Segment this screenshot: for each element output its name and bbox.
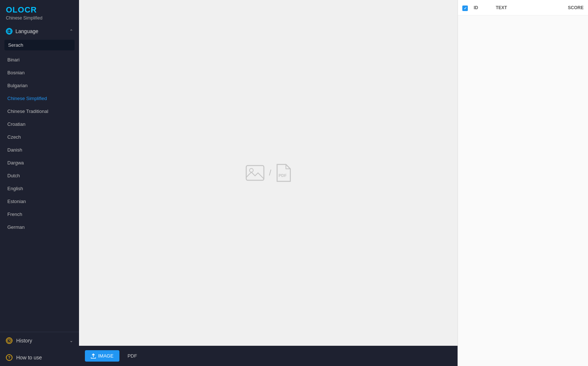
col-score-header: SCORE: [558, 5, 584, 10]
language-section-header[interactable]: Language ⌃: [0, 24, 79, 38]
svg-rect-6: [246, 166, 264, 180]
app-title: OLOCR: [6, 5, 73, 15]
svg-point-7: [250, 168, 253, 172]
language-item-french[interactable]: French: [0, 208, 79, 221]
select-all-checkbox[interactable]: [462, 4, 468, 11]
pdf-button[interactable]: PDF: [122, 350, 142, 362]
bottom-nav: History ⌄ ? How to use: [0, 332, 79, 366]
language-item-dargwa[interactable]: Dargwa: [0, 156, 79, 169]
pdf-icon: PDF: [276, 164, 291, 182]
table-body: [458, 15, 588, 366]
language-item-danish[interactable]: Danish: [0, 143, 79, 156]
main-content: / PDF IMAGE PDF: [79, 0, 458, 366]
col-text-header: TEXT: [496, 5, 558, 10]
language-list: BinariBosnianBulgarianChinese Simplified…: [0, 53, 79, 332]
history-icon: [6, 337, 12, 344]
image-icon: [245, 165, 265, 181]
language-item-bosnian[interactable]: Bosnian: [0, 66, 79, 79]
language-item-german[interactable]: German: [0, 221, 79, 234]
language-item-croatian[interactable]: Croatian: [0, 118, 79, 131]
language-item-chinese-traditional[interactable]: Chinese Traditional: [0, 105, 79, 118]
language-item-czech[interactable]: Czech: [0, 131, 79, 143]
upload-icon: [91, 353, 96, 359]
search-wrap: [0, 38, 79, 53]
separator: /: [269, 168, 271, 178]
howto-label: How to use: [16, 355, 42, 360]
app-subtitle: Chinese Simplified: [6, 15, 73, 21]
language-item-english[interactable]: English: [0, 182, 79, 195]
howto-nav-item[interactable]: ? How to use: [0, 349, 79, 366]
table-header: ID TEXT SCORE: [458, 0, 588, 15]
language-item-bulgarian[interactable]: Bulgarian: [0, 79, 79, 92]
language-item-dutch[interactable]: Dutch: [0, 169, 79, 182]
search-input[interactable]: [4, 40, 75, 50]
language-item-chinese-simplified[interactable]: Chinese Simplified: [0, 92, 79, 105]
image-button-label: IMAGE: [98, 353, 114, 359]
globe-icon: [6, 28, 12, 35]
question-icon: ?: [6, 354, 12, 361]
history-chevron-down-icon: ⌄: [69, 338, 73, 343]
bottom-toolbar: IMAGE PDF: [79, 346, 458, 366]
upload-area[interactable]: / PDF: [79, 0, 458, 346]
chevron-up-icon: ⌃: [69, 29, 73, 34]
right-panel: ID TEXT SCORE: [458, 0, 588, 366]
app-header: OLOCR Chinese Simplified: [0, 0, 79, 24]
sidebar: OLOCR Chinese Simplified Language ⌃ Bina…: [0, 0, 79, 366]
history-nav-item[interactable]: History ⌄: [0, 332, 79, 349]
history-label: History: [16, 338, 32, 344]
upload-placeholder: / PDF: [245, 164, 291, 182]
image-button[interactable]: IMAGE: [85, 350, 119, 362]
language-section-label: Language: [15, 28, 38, 34]
col-id-header: ID: [474, 5, 496, 10]
svg-text:PDF: PDF: [279, 173, 287, 178]
pdf-button-label: PDF: [128, 353, 137, 359]
language-item-binari[interactable]: Binari: [0, 53, 79, 66]
language-item-estonian[interactable]: Estonian: [0, 195, 79, 208]
